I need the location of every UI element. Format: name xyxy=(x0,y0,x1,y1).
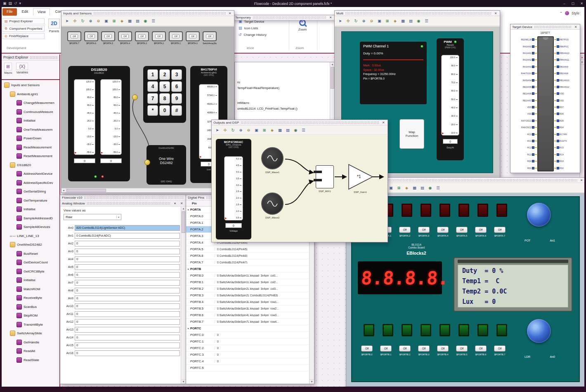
camera-icon[interactable]: ◉ xyxy=(142,18,149,24)
close-icon[interactable]: ✕ xyxy=(381,120,386,125)
digital-pin-row[interactable]: PORTB.6 0 SwitchArraySlideSpin4L keypad_… xyxy=(186,312,309,319)
chip-pin[interactable]: RD3 xyxy=(554,158,569,164)
close-icon[interactable]: ✕ xyxy=(573,24,578,30)
chip-pin[interactable]: RD4 xyxy=(554,124,569,131)
chip-pin[interactable]: RE1/AN6 xyxy=(521,90,537,97)
scroll-down-icon[interactable]: ▼ xyxy=(580,60,584,65)
dsp-mix-component[interactable] xyxy=(316,165,334,188)
analog-value-input[interactable]: 0 xyxy=(75,288,180,293)
chip-pin[interactable]: RC4 xyxy=(554,151,569,158)
keypad-key[interactable]: 0 xyxy=(159,105,170,116)
chip-pin[interactable]: RB0/AN12 xyxy=(554,84,569,90)
ribbon-toggle-button[interactable]: ◎ Find/Replace xyxy=(2,33,45,39)
snap-icon[interactable]: ◈ xyxy=(269,127,275,133)
settings-icon[interactable]: ☰ xyxy=(300,127,307,133)
switch-state-button[interactable]: Off xyxy=(494,345,506,352)
close-icon[interactable]: ✕ xyxy=(579,178,584,183)
chip-pin[interactable]: VDD xyxy=(521,104,537,110)
temperature-gauge[interactable]: 125.0105.085.065.045.025.05.0-15.0-35.0-… xyxy=(74,79,95,155)
zoom-fit-icon[interactable]: ▣ xyxy=(253,127,260,133)
board-switch[interactable]: Off $PORTB.7 xyxy=(494,345,506,356)
slide-switch[interactable]: Off $PORTA.7 xyxy=(67,31,81,45)
digital-pin-row[interactable]: PORTB.0 0 SwitchArraySlideSpin1L keypad_… xyxy=(186,272,309,279)
switch-body[interactable]: Off xyxy=(169,31,183,41)
switch-body[interactable]: Off xyxy=(84,31,98,41)
slide-switch[interactable]: Off $PORTA.6 xyxy=(84,31,98,45)
onewire-ds2482-component[interactable]: OneWireDS2482 One Wire DS2482 (I2C CH1) xyxy=(146,145,186,185)
digital-pin-row[interactable]: PORTB.1 0 SwitchArraySlideSpin1L keypad_… xyxy=(186,279,309,286)
analog-value-input[interactable]: 0 xyxy=(75,264,180,270)
save-icon[interactable]: ▤ xyxy=(9,0,12,7)
pan-icon[interactable]: ✢ xyxy=(345,18,351,24)
digital-pin-row[interactable]: PORTC.0 0 xyxy=(186,332,309,338)
keypad-key[interactable]: 7 xyxy=(147,93,158,104)
switch-body[interactable]: Off xyxy=(203,31,217,41)
slide-switch[interactable]: Off $PORTA.5 xyxy=(101,31,115,45)
window-titlebar[interactable]: Multi ✕ xyxy=(335,11,500,16)
analog-value-input[interactable]: 0 xyxy=(75,319,180,325)
layers-icon[interactable]: ▤ xyxy=(419,185,425,191)
temporary-window-titlebar[interactable]: Temporary ✕ xyxy=(233,15,335,20)
analog-value-input[interactable]: 0 xyxy=(75,272,180,278)
layers-icon[interactable]: ▤ xyxy=(135,18,141,24)
ribbon-check-item[interactable]: ↺ Change History xyxy=(239,33,267,37)
digital-pin-row[interactable]: PORTC.3 0 xyxy=(186,352,309,358)
board-switch[interactable]: Off $PORTA.5 xyxy=(456,227,468,237)
tree-item[interactable]: GetDeviceCount xyxy=(2,258,59,267)
chip-pin[interactable]: RA5/AN4 xyxy=(521,77,537,83)
keypad-key[interactable]: 6 xyxy=(171,81,182,92)
chip-pin[interactable]: RE3/MCLR xyxy=(521,36,537,43)
switch-state-button[interactable]: Off xyxy=(121,34,129,38)
horizontal-scrollbar[interactable]: ◄ ► xyxy=(61,188,234,192)
chip-pin[interactable]: RA6/OSC2 xyxy=(521,124,537,131)
ribbon-collapse-icon[interactable]: ⌃ xyxy=(560,11,562,15)
analog-value-input[interactable]: 0 xyxy=(75,311,180,317)
keypad-key[interactable]: 1 xyxy=(147,69,158,80)
digital-pin-row[interactable]: PORTC.4 0 xyxy=(186,358,309,365)
tree-item[interactable]: MatchROM xyxy=(2,285,59,294)
dsp-wave2-component[interactable] xyxy=(261,192,284,215)
zoom-in-icon[interactable]: ⊕ xyxy=(361,18,367,24)
switch-state-button[interactable]: Off xyxy=(437,345,449,352)
analog-value-input[interactable]: 0 xyxy=(75,249,180,254)
chip-pin[interactable]: RA1/AN1 xyxy=(521,50,537,56)
camera-icon[interactable]: ◉ xyxy=(427,185,433,191)
switch-state-button[interactable]: Off xyxy=(456,345,468,352)
slide-switch[interactable]: Off $PORTA.2 xyxy=(152,31,166,45)
digital-pin-row[interactable]: PORTA.7 0 ComboBL0114(PinA7) xyxy=(186,259,309,266)
switch-state-button[interactable]: Off xyxy=(172,34,180,38)
layers-icon[interactable]: ▤ xyxy=(408,18,414,24)
maximize-button[interactable]: ▢ xyxy=(569,0,577,7)
board-switch[interactable]: Off $PORTA.7 xyxy=(494,227,506,237)
switch-state-button[interactable]: Off xyxy=(418,227,430,233)
switch-state-button[interactable]: Off xyxy=(104,34,112,38)
view-mode-dropdown[interactable]: Raw ▾ xyxy=(64,214,121,220)
switch-state-button[interactable]: Off xyxy=(399,345,411,352)
analog-value-input[interactable]: 0 xyxy=(75,327,180,333)
chip-pin[interactable]: RB6/PGC xyxy=(554,43,569,49)
layers-icon[interactable]: ▤ xyxy=(285,127,291,133)
switch-state-button[interactable]: Off xyxy=(87,34,95,38)
tree-item[interactable]: AddressNextDevice xyxy=(2,169,59,178)
settings-icon[interactable]: ☰ xyxy=(435,185,441,191)
voltage-gauge[interactable]: 5.04.54.03.53.02.52.01.51.00.5 ▶ xyxy=(224,156,243,221)
zoom-out-icon[interactable]: ⊖ xyxy=(95,18,102,24)
analog-value-input[interactable]: 0 xyxy=(75,296,180,301)
switch-state-button[interactable]: Off xyxy=(189,34,196,38)
chip-pin[interactable]: RD0 xyxy=(521,158,537,164)
tree-item[interactable]: SampleAddressedD xyxy=(2,214,59,223)
tree-item[interactable]: SwitchArraySlide xyxy=(2,329,59,338)
explorer-tool-button[interactable]: ⊞ Macro xyxy=(4,63,12,74)
scroll-thumb[interactable] xyxy=(66,189,106,192)
analog-value-input[interactable]: 0 ComboBL0114(Pot ADC) xyxy=(75,233,180,239)
tree-item[interactable]: GetHandle xyxy=(2,338,59,347)
chip-pin[interactable]: RC7/RX xyxy=(554,131,569,137)
keypad-key[interactable]: * xyxy=(147,105,158,116)
switch-state-button[interactable]: Off xyxy=(138,34,146,38)
tree-item[interactable]: ContinuousMeasure xyxy=(2,108,59,117)
vertical-scrollbar[interactable]: ▲ ▼ xyxy=(181,207,186,384)
switch-state-button[interactable]: Off xyxy=(361,345,373,352)
board-switch[interactable]: Off $PORTA.4 xyxy=(437,227,449,237)
ribbon-toggle-button[interactable]: ⚙ Component Properties xyxy=(2,26,45,32)
tree-item[interactable]: Initialise xyxy=(2,205,59,214)
